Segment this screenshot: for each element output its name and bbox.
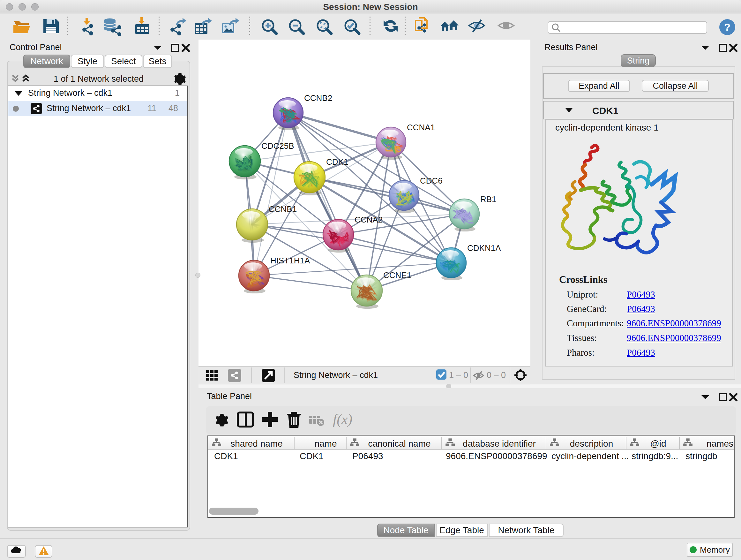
- svg-text:CCNB1: CCNB1: [269, 204, 297, 214]
- svg-text:CDKN1A: CDKN1A: [467, 243, 501, 253]
- svg-text:CCNA2: CCNA2: [354, 215, 383, 225]
- svg-text:CCNE1: CCNE1: [383, 270, 411, 280]
- svg-text:f(x): f(x): [333, 412, 352, 427]
- svg-text:CCNB2: CCNB2: [304, 93, 332, 103]
- svg-text:HIST1H1A: HIST1H1A: [270, 256, 310, 265]
- svg-text:CDK1: CDK1: [326, 157, 348, 167]
- svg-text:CDC6: CDC6: [420, 176, 443, 186]
- svg-text:CCNA1: CCNA1: [407, 123, 435, 132]
- svg-text:CDC25B: CDC25B: [261, 141, 294, 151]
- svg-text:RB1: RB1: [480, 194, 496, 204]
